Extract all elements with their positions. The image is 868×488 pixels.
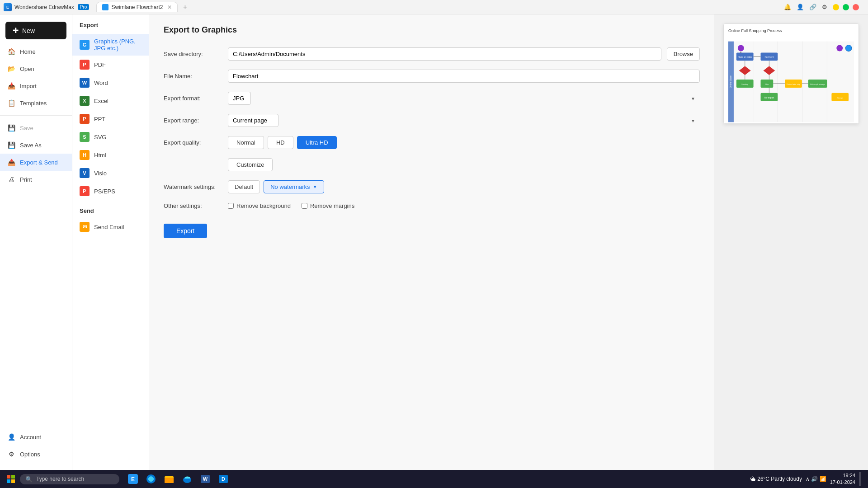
export-format-row: Export format: JPG PNG BMP GIF SVG xyxy=(164,92,700,105)
settings-icon[interactable]: ⚙ xyxy=(822,4,827,10)
export-item-pseps[interactable]: P PS/EPS xyxy=(72,182,149,200)
edition-badge: Pro xyxy=(78,4,90,10)
home-icon: 🏠 xyxy=(7,47,15,56)
svg-rect-38 xyxy=(11,475,15,479)
app-title: E Wondershare EdrawMax Pro xyxy=(4,3,89,11)
browse-button[interactable]: Browse xyxy=(667,47,700,61)
new-button[interactable]: ✚ New xyxy=(5,22,66,39)
customize-button[interactable]: Customize xyxy=(228,158,273,171)
tab-close-icon[interactable]: ✕ xyxy=(167,4,172,10)
export-format-panel: Export G Graphics (PNG, JPG etc.) P PDF … xyxy=(72,14,149,470)
export-item-ppt[interactable]: P PPT xyxy=(72,110,149,128)
sidebar-item-options[interactable]: ⚙ Options xyxy=(0,446,72,463)
svg-text:Stocking: Stocking xyxy=(741,83,748,85)
new-label: New xyxy=(22,27,35,34)
sidebar-bottom: 👤 Account ⚙ Options xyxy=(0,428,72,466)
weather-display: 🌥 26°C Partly cloudy xyxy=(750,476,802,482)
other-settings-label: Other settings: xyxy=(164,202,222,209)
minimize-button[interactable] xyxy=(833,4,839,10)
other-settings-row: Other settings: Remove background Remove… xyxy=(164,202,700,209)
sidebar-item-import[interactable]: 📥 Import xyxy=(0,77,72,94)
close-button[interactable] xyxy=(853,4,859,10)
quality-normal-button[interactable]: Normal xyxy=(228,136,264,149)
svg-point-9 xyxy=(845,45,852,52)
sidebar-item-open[interactable]: 📂 Open xyxy=(0,60,72,77)
quality-ultra-hd-button[interactable]: Ultra HD xyxy=(297,136,337,149)
taskbar-search[interactable]: 🔍 Type here to search xyxy=(20,474,119,484)
visio-icon: V xyxy=(80,168,90,178)
sidebar-item-templates[interactable]: 📋 Templates xyxy=(0,94,72,112)
export-form: Export to Graphics Save directory: Brows… xyxy=(149,14,714,470)
taskbar-app-other[interactable]: D xyxy=(215,471,231,487)
window-controls xyxy=(833,4,859,10)
taskbar-app-browser[interactable] xyxy=(143,471,159,487)
watermark-no-watermarks[interactable]: No watermarks ▼ xyxy=(264,180,324,193)
sidebar-item-save[interactable]: 💾 Save xyxy=(0,119,72,136)
export-item-visio[interactable]: V Visio xyxy=(72,164,149,182)
file-name-input[interactable] xyxy=(228,70,700,83)
save-directory-row: Save directory: Browse xyxy=(164,47,700,61)
save-directory-input[interactable] xyxy=(228,47,661,61)
svg-text:Delivery & storage: Delivery & storage xyxy=(810,83,825,85)
pdf-label: PDF xyxy=(94,61,106,68)
export-item-send-email[interactable]: ✉ Send Email xyxy=(72,218,149,236)
quality-hd-button[interactable]: HD xyxy=(268,136,293,149)
svg-text:D: D xyxy=(222,476,225,482)
taskbar-app-fileexplorer[interactable] xyxy=(161,471,177,487)
remove-background-item[interactable]: Remove background xyxy=(228,202,291,209)
preview-panel: Online Full Shopping Process Online Stor… xyxy=(714,14,868,470)
svg-label: SVG xyxy=(94,134,106,141)
export-item-html[interactable]: H Html xyxy=(72,146,149,164)
new-tab-button[interactable]: + xyxy=(179,2,190,13)
app-name: Wondershare EdrawMax xyxy=(14,4,74,10)
taskbar-app-word[interactable]: W xyxy=(197,471,213,487)
sidebar-account-label: Account xyxy=(20,434,41,441)
sidebar-item-save-as[interactable]: 💾 Save As xyxy=(0,136,72,154)
svg-text:Re-export: Re-export xyxy=(764,97,774,99)
remove-margins-label: Remove margins xyxy=(310,202,354,209)
save-directory-label: Save directory: xyxy=(164,51,222,57)
sidebar-item-print[interactable]: 🖨 Print xyxy=(0,171,72,188)
svg-text:Ship: Ship xyxy=(765,83,769,85)
preview-card: Online Full Shopping Process Online Stor… xyxy=(723,23,859,124)
taskbar-app-edge[interactable] xyxy=(179,471,195,487)
send-email-icon: ✉ xyxy=(80,222,90,232)
remove-background-checkbox[interactable] xyxy=(228,203,234,209)
sidebar-export-label: Export & Send xyxy=(20,159,58,166)
show-desktop-button[interactable] xyxy=(859,472,861,486)
open-icon: 📂 xyxy=(7,65,15,73)
export-item-svg[interactable]: S SVG xyxy=(72,128,149,146)
word-icon: W xyxy=(80,78,90,88)
export-item-excel[interactable]: X Excel xyxy=(72,92,149,110)
visio-label: Visio xyxy=(94,170,107,177)
sidebar-item-home[interactable]: 🏠 Home xyxy=(0,43,72,60)
maximize-button[interactable] xyxy=(843,4,849,10)
export-item-graphics[interactable]: G Graphics (PNG, JPG etc.) xyxy=(72,34,149,56)
export-item-word[interactable]: W Word xyxy=(72,74,149,92)
svg-rect-37 xyxy=(7,475,10,479)
export-item-pdf[interactable]: P PDF xyxy=(72,56,149,74)
time-display: 19:24 xyxy=(830,472,855,479)
file-name-label: File Name: xyxy=(164,73,222,80)
svg-text:Storage: Storage xyxy=(837,97,844,99)
sidebar-templates-label: Templates xyxy=(20,100,47,107)
diagram-title: Online Full Shopping Process xyxy=(728,28,854,33)
tab-list: Swimlane Flowchart2 ✕ + xyxy=(96,2,190,13)
export-button[interactable]: Export xyxy=(164,224,207,238)
svg-text:Place an order: Place an order xyxy=(738,56,753,58)
taskbar-app-edrawmax[interactable]: E xyxy=(125,471,141,487)
export-format-select[interactable]: JPG PNG BMP GIF SVG xyxy=(228,92,251,105)
notification-icon[interactable]: 🔔 xyxy=(784,4,791,10)
weather-icon: 🌥 xyxy=(750,476,755,482)
profile-icon[interactable]: 👤 xyxy=(797,4,804,10)
sidebar-item-export-send[interactable]: 📤 Export & Send xyxy=(0,154,72,171)
sidebar-item-account[interactable]: 👤 Account xyxy=(0,428,72,446)
svg-text:Online Store: Online Store xyxy=(730,75,732,88)
save-icon: 💾 xyxy=(7,124,15,132)
share-icon[interactable]: 🔗 xyxy=(809,4,816,10)
remove-margins-checkbox[interactable] xyxy=(302,203,307,209)
remove-margins-item[interactable]: Remove margins xyxy=(302,202,354,209)
start-button[interactable] xyxy=(4,472,18,486)
tab-swimlane[interactable]: Swimlane Flowchart2 ✕ xyxy=(96,2,178,12)
export-range-select[interactable]: Current page All pages Selected pages xyxy=(228,114,278,127)
